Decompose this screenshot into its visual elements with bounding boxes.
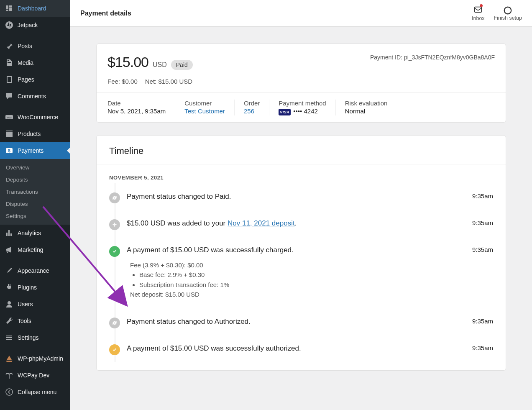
svg-text:$: $ xyxy=(8,149,10,153)
sidebar-item-comments[interactable]: Comments xyxy=(0,88,70,105)
svg-rect-7 xyxy=(475,7,482,13)
jetpack-icon xyxy=(5,21,13,29)
sync-icon xyxy=(109,318,120,328)
meta-order: Order 256 xyxy=(244,100,269,115)
sidebar-item-jetpack[interactable]: Jetpack xyxy=(0,17,70,33)
submenu-overview[interactable]: Overview xyxy=(0,161,70,174)
payment-id: Payment ID: pi_3JsFTN2EQznfM8yv0GBa8A0F xyxy=(370,54,495,61)
page-icon xyxy=(5,75,13,84)
timeline-item: A payment of $15.00 USD was successfully… xyxy=(109,335,493,362)
sidebar-item-pages[interactable]: Pages xyxy=(0,71,70,88)
payments-icon: $ xyxy=(5,146,13,155)
timeline-card: Timeline NOVEMBER 5, 2021 Payment status… xyxy=(96,135,506,371)
wrench-icon xyxy=(5,317,13,325)
pin-icon xyxy=(5,42,13,50)
timeline-item: Payment status changed to Paid.9:35am xyxy=(109,183,493,210)
sidebar-item-woocommerce[interactable]: wooWooCommerce xyxy=(0,109,70,126)
megaphone-icon xyxy=(5,246,13,254)
timeline-title: Timeline xyxy=(97,136,506,164)
payment-amount: $15.00 xyxy=(107,54,148,70)
submenu-deposits[interactable]: Deposits xyxy=(0,174,70,186)
timeline-list: Payment status changed to Paid.9:35am $1… xyxy=(97,183,506,362)
payments-submenu: Overview Deposits Transactions Disputes … xyxy=(0,159,70,225)
sidebar-item-settings[interactable]: Settings xyxy=(0,329,70,346)
meta-customer: Customer Test Customer xyxy=(184,100,235,115)
sidebar-item-plugins[interactable]: Plugins xyxy=(0,279,70,296)
submenu-disputes[interactable]: Disputes xyxy=(0,198,70,210)
timeline-item: Payment status changed to Authorized.9:3… xyxy=(109,308,493,335)
check-icon xyxy=(109,246,120,257)
ship-icon xyxy=(5,354,13,363)
sidebar-item-products[interactable]: Products xyxy=(0,126,70,142)
media-icon xyxy=(5,59,13,67)
circle-icon xyxy=(503,6,512,15)
content-area: $15.00 USD Paid Payment ID: pi_3JsFTN2EQ… xyxy=(70,27,532,387)
svg-point-6 xyxy=(6,389,13,395)
settings-icon xyxy=(5,333,13,342)
svg-point-8 xyxy=(504,7,512,14)
svg-point-5 xyxy=(8,301,11,305)
sidebar-item-dashboard[interactable]: Dashboard xyxy=(0,0,70,17)
palm-icon xyxy=(5,371,13,379)
fee-breakdown: Fee (3.9% + $0.30): $0.00 Base fee: 2.9%… xyxy=(130,260,493,299)
page-title: Payment details xyxy=(80,10,131,17)
deposit-link[interactable]: Nov 11, 2021 deposit xyxy=(228,219,295,227)
sidebar-item-appearance[interactable]: Appearance xyxy=(0,262,70,279)
payment-summary-card: $15.00 USD Paid Payment ID: pi_3JsFTN2EQ… xyxy=(96,44,506,123)
order-link[interactable]: 256 xyxy=(244,108,254,115)
sidebar-item-posts[interactable]: Posts xyxy=(0,38,70,54)
customer-link[interactable]: Test Customer xyxy=(184,108,225,115)
payment-meta-row: Date Nov 5, 2021, 9:35am Customer Test C… xyxy=(97,92,506,122)
sidebar-item-marketing[interactable]: Marketing xyxy=(0,241,70,258)
dashboard-icon xyxy=(5,4,13,13)
plug-icon xyxy=(5,283,13,292)
main-content: Payment details Inbox Finish setup xyxy=(70,0,532,410)
comment-icon xyxy=(5,92,13,100)
admin-sidebar: Dashboard Jetpack Posts Media Pages Comm… xyxy=(0,0,70,410)
timeline-date-header: NOVEMBER 5, 2021 xyxy=(97,164,506,183)
sidebar-item-analytics[interactable]: Analytics xyxy=(0,225,70,241)
submenu-settings[interactable]: Settings xyxy=(0,210,70,222)
sidebar-item-tools[interactable]: Tools xyxy=(0,313,70,329)
timeline-item: $15.00 USD was added to your Nov 11, 202… xyxy=(109,210,493,237)
check-icon xyxy=(109,344,120,355)
user-icon xyxy=(5,300,13,308)
meta-date: Date Nov 5, 2021, 9:35am xyxy=(107,100,175,115)
collapse-icon xyxy=(5,388,13,396)
plus-icon xyxy=(109,219,120,230)
fee-net-line: Fee: $0.00 Net: $15.00 USD xyxy=(97,78,506,92)
svg-point-0 xyxy=(5,21,13,29)
finish-setup-button[interactable]: Finish setup xyxy=(494,6,522,21)
submenu-transactions[interactable]: Transactions xyxy=(0,186,70,198)
sidebar-item-wcpay-dev[interactable]: WCPay Dev xyxy=(0,367,70,384)
sidebar-item-media[interactable]: Media xyxy=(0,54,70,71)
brush-icon xyxy=(5,266,13,275)
sidebar-item-payments[interactable]: $Payments xyxy=(0,142,70,159)
products-icon xyxy=(5,130,13,138)
timeline-item: A payment of $15.00 USD was successfully… xyxy=(109,237,493,308)
sync-icon xyxy=(109,192,120,203)
woo-icon: woo xyxy=(5,113,13,121)
chart-icon xyxy=(5,229,13,237)
meta-risk: Risk evaluation Normal xyxy=(345,100,397,115)
meta-payment-method: Payment method VISA•••• 4242 xyxy=(279,100,335,115)
sidebar-collapse[interactable]: Collapse menu xyxy=(0,384,70,400)
svg-text:woo: woo xyxy=(6,116,12,119)
sidebar-item-phpmyadmin[interactable]: WP-phpMyAdmin xyxy=(0,350,70,367)
sidebar-item-users[interactable]: Users xyxy=(0,296,70,313)
topbar: Payment details Inbox Finish setup xyxy=(70,0,532,27)
status-badge: Paid xyxy=(171,60,193,70)
inbox-button[interactable]: Inbox xyxy=(472,5,485,21)
visa-icon: VISA xyxy=(279,109,291,115)
payment-currency: USD xyxy=(153,61,167,69)
